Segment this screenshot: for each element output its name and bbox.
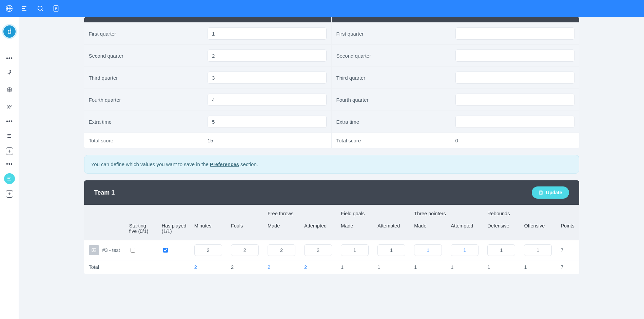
avatar[interactable]: d bbox=[2, 24, 17, 39]
ft-att-input[interactable] bbox=[304, 244, 332, 256]
total-fg-att: 1 bbox=[374, 260, 411, 274]
rail-active-bars-icon[interactable] bbox=[4, 173, 15, 184]
rail-more-2-icon[interactable]: ••• bbox=[6, 118, 13, 124]
tp-att-input[interactable] bbox=[451, 244, 479, 256]
score-col-right-header bbox=[332, 17, 579, 22]
extra-left-input[interactable] bbox=[208, 116, 327, 128]
extra-label-r: Extra time bbox=[336, 119, 455, 125]
team1-title: Team 1 bbox=[94, 189, 115, 196]
extra-label: Extra time bbox=[89, 119, 208, 125]
fg-made-input[interactable] bbox=[341, 244, 369, 256]
total-right-value: 0 bbox=[455, 138, 574, 143]
group-rebounds: Rebounds bbox=[484, 205, 557, 220]
rail-bars-icon[interactable] bbox=[4, 131, 15, 141]
total-fg-made: 1 bbox=[337, 260, 374, 274]
col-has-played: Has played (1/1) bbox=[158, 220, 191, 240]
team1-section: Team 1 Update Free th bbox=[84, 180, 579, 274]
reb-off-input[interactable] bbox=[524, 244, 552, 256]
group-free-throws: Free throws bbox=[264, 205, 337, 220]
reb-def-input[interactable] bbox=[487, 244, 515, 256]
total-tp-made: 1 bbox=[411, 260, 447, 274]
q1-left-input[interactable] bbox=[208, 27, 327, 40]
menu-bars-icon[interactable] bbox=[21, 5, 28, 12]
has-played-checkbox[interactable] bbox=[163, 248, 168, 253]
total-right-label: Total score bbox=[336, 138, 455, 143]
score-col-right: First quarter Second quarter Third quart… bbox=[332, 17, 579, 148]
q1-right-input[interactable] bbox=[455, 27, 574, 40]
doc-icon[interactable] bbox=[52, 5, 60, 12]
player-thumb-icon bbox=[89, 245, 99, 255]
banner-suffix: section. bbox=[239, 161, 258, 167]
col-reb-def: Defensive bbox=[484, 220, 521, 240]
group-field-goals: Field goals bbox=[337, 205, 411, 220]
col-fg-made: Made bbox=[337, 220, 374, 240]
svg-point-1 bbox=[38, 6, 42, 11]
rail-more-1-icon[interactable]: ••• bbox=[6, 55, 13, 61]
starting-five-checkbox[interactable] bbox=[131, 248, 135, 253]
svg-point-6 bbox=[10, 105, 12, 107]
q3-right-input[interactable] bbox=[455, 72, 574, 84]
search-icon[interactable] bbox=[37, 5, 44, 12]
col-fouls: Fouls bbox=[228, 220, 264, 240]
points-cell: 7 bbox=[557, 240, 579, 260]
banner-prefix: You can define which values you want to … bbox=[91, 161, 210, 167]
col-tp-made: Made bbox=[411, 220, 447, 240]
col-reb-off: Offensive bbox=[521, 220, 557, 240]
total-fouls: 2 bbox=[228, 260, 264, 274]
update-button-label: Update bbox=[546, 190, 562, 195]
extra-right-input[interactable] bbox=[455, 116, 574, 128]
col-player-group bbox=[84, 205, 126, 220]
q1-label: First quarter bbox=[89, 31, 208, 37]
col-sf-group bbox=[126, 205, 158, 220]
group-three-pointers: Three pointers bbox=[411, 205, 484, 220]
player-name: #3 - test bbox=[102, 247, 120, 253]
preferences-link[interactable]: Preferences bbox=[210, 161, 239, 167]
col-player bbox=[84, 220, 126, 240]
q3-left-input[interactable] bbox=[208, 72, 327, 84]
ft-made-input[interactable] bbox=[268, 244, 295, 256]
score-col-left: First quarter Second quarter Third quart… bbox=[84, 17, 332, 148]
tp-made-input[interactable] bbox=[414, 244, 442, 256]
total-left-label: Total score bbox=[89, 138, 208, 143]
total-ft-att: 2 bbox=[301, 260, 337, 274]
total-points: 7 bbox=[557, 260, 579, 274]
score-col-left-header bbox=[84, 17, 331, 22]
q4-label: Fourth quarter bbox=[89, 97, 208, 103]
rail-basketball-icon[interactable] bbox=[4, 84, 15, 95]
score-grid: First quarter Second quarter Third quart… bbox=[84, 17, 579, 148]
rail-more-3-icon[interactable]: ••• bbox=[6, 161, 13, 167]
app-logo-basketball-icon[interactable] bbox=[5, 5, 13, 12]
q2-right-input[interactable] bbox=[455, 49, 574, 62]
svg-point-3 bbox=[10, 71, 11, 72]
col-hp-group bbox=[158, 205, 191, 220]
q4-label-r: Fourth quarter bbox=[336, 97, 455, 103]
col-ft-att: Attempted bbox=[301, 220, 337, 240]
q4-right-input[interactable] bbox=[455, 94, 574, 106]
team1-header: Team 1 Update bbox=[84, 180, 579, 205]
q2-left-input[interactable] bbox=[208, 49, 327, 62]
q3-label-r: Third quarter bbox=[336, 75, 455, 81]
col-fg-att: Attempted bbox=[374, 220, 411, 240]
col-tp-att: Attempted bbox=[447, 220, 484, 240]
total-tp-att: 1 bbox=[447, 260, 484, 274]
q3-label: Third quarter bbox=[89, 75, 208, 81]
rail-running-icon[interactable] bbox=[4, 67, 15, 78]
rail-add-2-icon[interactable]: + bbox=[6, 190, 13, 198]
update-button[interactable]: Update bbox=[532, 186, 569, 199]
stats-table: Free throws Field goals Three pointers R… bbox=[84, 205, 579, 274]
save-icon bbox=[539, 190, 543, 195]
rail-people-icon[interactable] bbox=[4, 101, 15, 112]
col-fouls-group bbox=[228, 205, 264, 220]
preferences-banner: You can define which values you want to … bbox=[84, 155, 579, 174]
col-points: Points bbox=[557, 220, 579, 240]
player-cell[interactable]: #3 - test bbox=[89, 245, 122, 255]
q2-label: Second quarter bbox=[89, 53, 208, 59]
col-ft-made: Made bbox=[264, 220, 301, 240]
topbar bbox=[0, 0, 644, 17]
minutes-input[interactable] bbox=[194, 244, 222, 256]
col-minutes: Minutes bbox=[191, 220, 228, 240]
rail-add-1-icon[interactable]: + bbox=[6, 147, 13, 155]
q4-left-input[interactable] bbox=[208, 94, 327, 106]
fouls-input[interactable] bbox=[231, 244, 259, 256]
fg-att-input[interactable] bbox=[377, 244, 405, 256]
